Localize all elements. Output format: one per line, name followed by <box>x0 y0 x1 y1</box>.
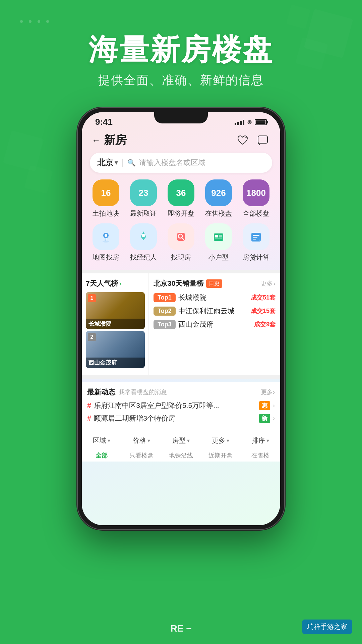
rank-name-1: 长城濮院 <box>86 319 145 329</box>
news-section: 最新动态 我常看楼盘的消息 更多 › # 乐府江南中区3居室户型降价5.5万即等… <box>82 382 280 432</box>
news-hash-icon-1: # <box>87 401 91 410</box>
nav-tab-onsale[interactable]: 在售楼 <box>241 451 280 460</box>
svg-text:+: + <box>259 238 261 243</box>
rank-badge-2: 2 <box>88 333 96 341</box>
news-section-divider <box>82 375 280 379</box>
nav-tab-all[interactable]: 全部 <box>82 451 121 460</box>
favorite-button[interactable] <box>235 133 250 148</box>
rank-badge-1: 1 <box>88 294 96 302</box>
icon-label-small: 小户型 <box>208 253 229 262</box>
rank-more-button[interactable]: 更多 › <box>261 279 276 287</box>
phone-body: 9:41 ⊛ ← 新房 <box>77 107 285 530</box>
nav-label-onsale: 在售楼 <box>251 451 269 460</box>
quick-item-0[interactable]: 16 土拍地块 <box>93 179 119 218</box>
icon-label-agent: 找经纪人 <box>130 253 157 262</box>
hero-title: 海量新房楼盘 <box>0 34 362 66</box>
news-item-2[interactable]: # 顾源居二期新增3个特价房 新 › <box>87 414 275 423</box>
news-more-button[interactable]: 更多 › <box>261 388 275 396</box>
city-name: 北京 <box>97 157 113 168</box>
news-text-1: 乐府江南中区3居室户型降价5.5万即等... <box>94 401 256 410</box>
quick-label-2: 即将开盘 <box>168 209 194 218</box>
rank-count-top1: 成交51套 <box>251 293 276 302</box>
news-arrow-2: › <box>273 415 275 422</box>
city-caret-icon: ▾ <box>115 159 118 166</box>
filter-tab-price[interactable]: 价格 ▾ <box>121 436 161 445</box>
quick-item-2[interactable]: 36 即将开盘 <box>168 179 194 218</box>
svg-rect-12 <box>215 235 218 237</box>
rank-row-3[interactable]: Top3 西山金茂府 成交9套 <box>154 320 276 329</box>
quick-badge-4: 1800 <box>243 179 269 206</box>
search-bar[interactable]: 北京 ▾ 🔍 请输入楼盘名或区域 <box>90 153 272 173</box>
filter-tab-type[interactable]: 房型 ▾ <box>161 436 201 445</box>
filter-tab-area[interactable]: 区域 ▾ <box>82 436 121 445</box>
rank-name-top2: 中江保利江雨云城 <box>178 306 248 316</box>
quick-grid-row1: 16 土拍地块 23 最新取证 36 即将开盘 926 在售楼盘 1800 <box>82 179 280 218</box>
svg-rect-13 <box>219 235 222 237</box>
status-time: 9:41 <box>95 117 113 127</box>
search-divider <box>122 159 123 167</box>
bottom-navigation: 全部 只看楼盘 地铁沿线 近期开盘 在售楼 <box>82 448 280 462</box>
quick-grid-row2: 地图找房 找经纪人 <box>82 223 280 262</box>
icon-item-small[interactable]: 小户型 <box>205 223 232 262</box>
svg-rect-2 <box>258 136 267 143</box>
news-arrow-1: › <box>273 402 275 409</box>
existing-icon-circle <box>168 223 194 250</box>
signal-icon <box>235 119 244 125</box>
filter-tab-sort[interactable]: 排序 ▾ <box>241 436 280 445</box>
city-selector[interactable]: 北京 ▾ <box>97 157 118 168</box>
rank-thumb-2[interactable]: 2 西山金茂府 <box>86 331 145 368</box>
svg-rect-18 <box>253 239 256 240</box>
search-icon: 🔍 <box>127 159 136 167</box>
section-divider <box>82 270 280 273</box>
quick-item-1[interactable]: 23 最新取证 <box>130 179 157 218</box>
left-rank-title: 7天人气榜 › <box>86 279 144 288</box>
icon-item-agent[interactable]: 找经纪人 <box>130 223 157 262</box>
nav-label-recent: 近期开盘 <box>208 451 233 460</box>
icon-label-existing: 找现房 <box>171 253 191 262</box>
nav-tab-recent[interactable]: 近期开盘 <box>201 451 240 460</box>
news-item-1[interactable]: # 乐府江南中区3居室户型降价5.5万即等... 惠 › <box>87 401 275 410</box>
quick-badge-1: 23 <box>130 179 157 206</box>
svg-rect-16 <box>253 235 259 236</box>
wifi-icon: ⊛ <box>247 118 252 126</box>
nav-tab-buildings[interactable]: 只看楼盘 <box>121 451 161 460</box>
left-ranking: 7天人气榜 › 1 长城濮院 2 西山金茂府 <box>82 273 149 375</box>
rank-daily-tag: 日更 <box>206 279 222 288</box>
area-caret-icon: ▾ <box>108 437 110 444</box>
app-header: ← 新房 <box>82 129 280 153</box>
icon-item-map[interactable]: 地图找房 <box>93 223 119 262</box>
nav-tab-metro[interactable]: 地铁沿线 <box>161 451 201 460</box>
news-badge-1: 惠 <box>259 401 270 410</box>
phone-notch <box>154 112 208 123</box>
rank-thumb-1[interactable]: 1 长城濮院 <box>86 292 145 329</box>
quick-item-4[interactable]: 1800 全部楼盘 <box>243 179 269 218</box>
rank-row-2[interactable]: Top2 中江保利江雨云城 成交15套 <box>154 306 276 316</box>
filter-tab-more[interactable]: 更多 ▾ <box>201 436 240 445</box>
news-title: 最新动态 <box>87 387 115 397</box>
back-button[interactable]: ← <box>92 135 101 146</box>
news-text-2: 顾源居二期新增3个特价房 <box>94 414 256 423</box>
rank-name-top1: 长城濮院 <box>178 293 248 302</box>
type-caret-icon: ▾ <box>187 437 190 444</box>
rank-row-1[interactable]: Top1 长城濮院 成交51套 <box>154 293 276 302</box>
quick-badge-3: 926 <box>205 179 232 206</box>
top1-badge: Top1 <box>154 293 176 302</box>
right-ranking: 北京30天销量榜 日更 更多 › Top1 长城濮院 成交51套 Top2 <box>149 273 280 375</box>
small-icon-circle <box>205 223 232 250</box>
quick-item-3[interactable]: 926 在售楼盘 <box>205 179 232 218</box>
rank-count-top2: 成交15套 <box>251 307 276 315</box>
news-hash-icon-2: # <box>87 414 91 423</box>
icon-item-existing[interactable]: 找现房 <box>168 223 194 262</box>
nav-label-metro: 地铁沿线 <box>169 451 193 460</box>
left-rank-arrow: › <box>119 280 121 287</box>
nav-label-buildings: 只看楼盘 <box>129 451 154 460</box>
nav-label-all: 全部 <box>96 451 108 460</box>
right-rank-title: 北京30天销量榜 <box>154 279 203 288</box>
icon-item-loan[interactable]: + 房贷计算 <box>243 223 269 262</box>
svg-rect-17 <box>253 237 257 238</box>
rankings-section: 7天人气榜 › 1 长城濮院 2 西山金茂府 <box>82 273 280 375</box>
quick-label-3: 在售楼盘 <box>205 209 232 218</box>
rank-name-2: 西山金茂府 <box>86 358 145 368</box>
message-button[interactable] <box>255 133 270 148</box>
svg-point-5 <box>105 234 107 237</box>
